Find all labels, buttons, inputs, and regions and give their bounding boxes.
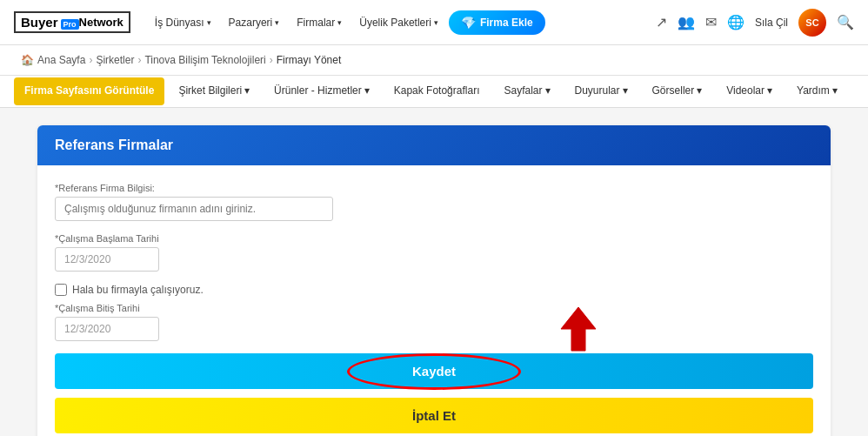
sub-nav-videolar[interactable]: Videolar ▾ xyxy=(716,76,783,107)
nav-item-uyelik-paketleri[interactable]: Üyelik Paketleri ▾ xyxy=(352,13,445,32)
sub-nav-firma-sayfasi[interactable]: Firma Sayfasını Görüntüle xyxy=(14,77,164,105)
sub-nav-duyurular[interactable]: Duyurular ▾ xyxy=(564,76,638,107)
chevron-down-icon: ▾ xyxy=(545,84,551,97)
baslama-tarihi-input[interactable] xyxy=(55,247,159,272)
search-icon[interactable]: 🔍 xyxy=(837,14,854,30)
nav-menu: İş Dünyası ▾ Pazaryeri ▾ Firmalar ▾ Üyel… xyxy=(148,10,642,35)
referans-firma-label: *Referans Firma Bilgisi: xyxy=(55,183,813,193)
main-content: Referans Firmalar *Referans Firma Bilgis… xyxy=(17,108,851,436)
chevron-down-icon: ▾ xyxy=(207,18,211,27)
sub-nav-sayfalar[interactable]: Sayfalar ▾ xyxy=(493,76,560,107)
breadcrumb-tinova[interactable]: Tinova Bilişim Teknolojileri xyxy=(144,54,265,66)
sub-nav-urunler-hizmetler[interactable]: Ürünler - Hizmetler ▾ xyxy=(264,76,380,107)
globe-icon[interactable]: 🌐 xyxy=(727,14,744,30)
bitis-tarihi-label: *Çalışma Bitiş Tarihi xyxy=(55,303,813,313)
sub-nav-kapak-fotograflari[interactable]: Kapak Fotoğrafları xyxy=(384,76,491,107)
referans-firmalar-card: Referans Firmalar *Referans Firma Bilgis… xyxy=(37,125,831,436)
chevron-down-icon: ▾ xyxy=(244,84,250,97)
card-title: Referans Firmalar xyxy=(55,138,173,152)
chevron-down-icon: ▾ xyxy=(623,84,628,97)
chevron-down-icon: ▾ xyxy=(697,84,702,97)
baslama-tarihi-group: *Çalışma Başlama Tarihi xyxy=(55,233,813,272)
mail-icon[interactable]: ✉ xyxy=(705,14,717,30)
logo[interactable]: BuyerPro Network xyxy=(14,11,130,33)
sub-nav: Firma Sayfasını Görüntüle Şirket Bilgile… xyxy=(0,76,868,108)
referans-firma-input[interactable] xyxy=(55,197,333,221)
card-header: Referans Firmalar xyxy=(37,125,831,165)
nav-item-firmalar[interactable]: Firmalar ▾ xyxy=(290,13,349,32)
firma-ekle-button[interactable]: 💎 Firma Ekle xyxy=(449,10,545,35)
kaydet-button-wrapper: Kaydet xyxy=(55,353,813,389)
home-icon: 🏠 xyxy=(21,54,34,66)
baslama-tarihi-label: *Çalışma Başlama Tarihi xyxy=(55,233,813,244)
referans-firma-group: *Referans Firma Bilgisi: xyxy=(55,183,813,221)
breadcrumb-sep-3: › xyxy=(270,54,273,66)
breadcrumb-sep-2: › xyxy=(137,54,141,66)
chevron-down-icon: ▾ xyxy=(832,84,838,97)
chevron-down-icon: ▾ xyxy=(337,18,342,27)
chevron-down-icon: ▾ xyxy=(767,84,772,97)
logo-network-text: Network xyxy=(79,16,124,29)
still-working-checkbox[interactable] xyxy=(55,284,67,296)
card-body: *Referans Firma Bilgisi: *Çalışma Başlam… xyxy=(37,165,831,436)
sub-nav-gorseller[interactable]: Görseller ▾ xyxy=(642,76,713,107)
kaydet-button[interactable]: Kaydet xyxy=(55,353,813,389)
still-working-label: Hala bu firmayla çalışıyoruz. xyxy=(72,284,204,296)
nav-item-pazaryeri[interactable]: Pazaryeri ▾ xyxy=(222,13,287,32)
breadcrumb-ana-sayfa[interactable]: Ana Sayfa xyxy=(37,54,85,66)
logo-buyer-text: Buyer xyxy=(21,15,58,30)
still-working-row: Hala bu firmayla çalışıyoruz. xyxy=(55,284,813,296)
breadcrumb-sirketler[interactable]: Şirketler xyxy=(96,54,134,66)
logo-pro-badge: Pro xyxy=(61,19,79,30)
external-link-icon[interactable]: ↗ xyxy=(656,14,667,30)
sub-nav-yardim[interactable]: Yardım ▾ xyxy=(786,76,848,107)
bitis-tarihi-input[interactable] xyxy=(55,317,159,341)
user-name[interactable]: Sıla Çil xyxy=(755,17,788,29)
diamond-icon: 💎 xyxy=(461,16,476,30)
breadcrumb-firmay-yonet: Firmayı Yönet xyxy=(277,54,341,66)
users-icon[interactable]: 👥 xyxy=(678,14,695,30)
iptal-button[interactable]: İptal Et xyxy=(55,398,813,433)
navbar: BuyerPro Network İş Dünyası ▾ Pazaryeri … xyxy=(0,0,868,45)
breadcrumb: 🏠 Ana Sayfa › Şirketler › Tinova Bilişim… xyxy=(0,45,868,76)
chevron-down-icon: ▾ xyxy=(275,18,279,27)
chevron-down-icon: ▾ xyxy=(434,18,438,27)
bitis-tarihi-group: *Çalışma Bitiş Tarihi xyxy=(55,303,813,341)
chevron-down-icon: ▾ xyxy=(364,84,370,97)
sub-nav-sirket-bilgileri[interactable]: Şirket Bilgileri ▾ xyxy=(168,76,260,107)
nav-item-is-dunyasi[interactable]: İş Dünyası ▾ xyxy=(148,13,218,32)
nav-icons-group: ↗ 👥 ✉ 🌐 Sıla Çil SC 🔍 xyxy=(656,9,854,37)
user-avatar[interactable]: SC xyxy=(798,9,826,37)
breadcrumb-sep-1: › xyxy=(89,54,92,66)
